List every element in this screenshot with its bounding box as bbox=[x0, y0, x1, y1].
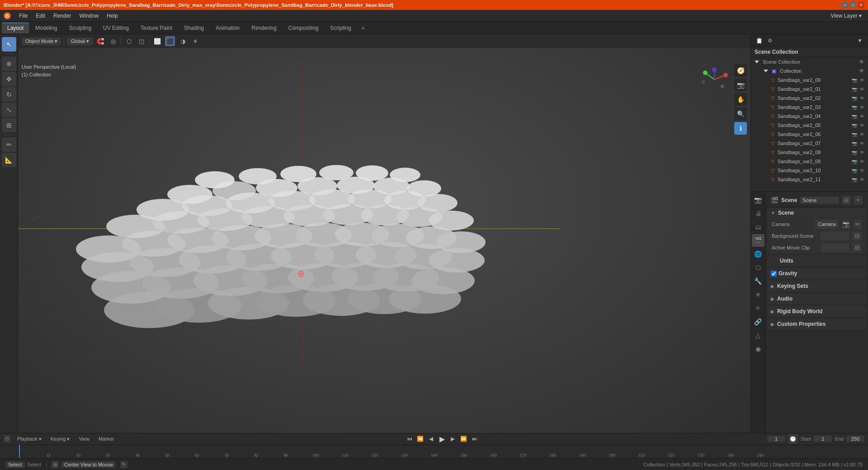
restrict-render-icon[interactable]: 📷 bbox=[852, 159, 857, 164]
custom-properties-header[interactable]: ▶ Custom Properties bbox=[767, 319, 866, 329]
background-pick-icon[interactable]: ⊟ bbox=[853, 231, 862, 240]
object-data-properties-icon[interactable]: △ bbox=[752, 329, 764, 342]
overlays-icon[interactable]: ⬡ bbox=[124, 36, 134, 46]
units-section-header[interactable]: Units bbox=[767, 255, 866, 266]
restrict-render-icon[interactable]: 📷 bbox=[852, 141, 857, 146]
step-forward-button[interactable]: ▶ bbox=[448, 434, 458, 443]
tab-rendering[interactable]: Rendering bbox=[246, 23, 282, 33]
maximize-button[interactable]: □ bbox=[850, 2, 856, 8]
proportional-edit-icon[interactable]: ◎ bbox=[108, 36, 118, 46]
tab-compositing[interactable]: Compositing bbox=[283, 23, 324, 33]
background-scene-value[interactable] bbox=[821, 231, 849, 240]
scene-name-add-icon[interactable]: + bbox=[854, 196, 863, 205]
scene-dropdown[interactable]: View Layer ▾ bbox=[827, 11, 866, 20]
tab-shading[interactable]: Shading bbox=[179, 23, 209, 33]
outliner-item[interactable]: ▽ Sandbags_var2_04 📷 👁 bbox=[751, 112, 868, 121]
outliner-item[interactable]: ▽ Sandbags_var2_05 📷 👁 bbox=[751, 121, 868, 130]
tab-uv-editing[interactable]: UV Editing bbox=[98, 23, 134, 33]
viewport-info-button[interactable]: ℹ bbox=[734, 122, 747, 135]
keying-menu[interactable]: Keying ▾ bbox=[48, 435, 73, 443]
eye-icon[interactable]: 👁 bbox=[860, 141, 864, 146]
movie-clip-pick-icon[interactable]: ⊟ bbox=[853, 243, 862, 252]
restrict-render-icon[interactable]: 📷 bbox=[852, 177, 857, 182]
restrict-render-icon[interactable]: 📷 bbox=[852, 96, 857, 101]
global-transform-dropdown[interactable]: Global ▾ bbox=[67, 38, 93, 45]
eye-icon[interactable]: 👁 bbox=[860, 168, 864, 173]
active-movie-clip-value[interactable] bbox=[821, 243, 849, 252]
menu-edit[interactable]: Edit bbox=[32, 11, 49, 20]
gravity-section-header[interactable]: Gravity bbox=[767, 268, 866, 279]
outliner-item[interactable]: ▽ Sandbags_var2_01 📷 👁 bbox=[751, 85, 868, 94]
outliner-icon[interactable]: 📋 bbox=[755, 36, 764, 45]
annotate-tool-button[interactable]: ✏ bbox=[2, 137, 16, 152]
menu-render[interactable]: Render bbox=[50, 11, 75, 20]
select-tool-button[interactable]: ↖ bbox=[2, 37, 16, 52]
restrict-render-icon[interactable]: 📷 bbox=[852, 132, 857, 137]
restrict-render-icon[interactable]: 📷 bbox=[852, 87, 857, 92]
view-layer-properties-icon[interactable]: 🗂 bbox=[752, 221, 764, 233]
playback-menu[interactable]: Playback ▾ bbox=[14, 435, 44, 443]
collection-eye-icon[interactable]: 👁 bbox=[859, 68, 864, 74]
tab-texture-paint[interactable]: Texture Paint bbox=[135, 23, 178, 33]
eye-icon[interactable]: 👁 bbox=[859, 59, 864, 65]
eye-icon[interactable]: 👁 bbox=[860, 177, 864, 182]
material-properties-icon[interactable]: ◉ bbox=[752, 343, 764, 355]
camera-pick-icon[interactable]: 📷 bbox=[842, 220, 850, 229]
timeline-type-icon[interactable]: ⏱ bbox=[4, 435, 11, 442]
keying-sets-section-header[interactable]: ▶ Keying Sets bbox=[767, 281, 866, 291]
audio-section-header[interactable]: ▶ Audio bbox=[767, 293, 866, 304]
collection-expand-icon[interactable] bbox=[755, 61, 759, 63]
tab-animation[interactable]: Animation bbox=[210, 23, 245, 33]
viewport-3d[interactable]: Object Mode ▾ Global ▾ 🧲 ◎ ⬡ ◫ ⬜ ⬛ ◑ ☀ bbox=[18, 34, 750, 433]
viewport-canvas[interactable]: User Perspective (Local) (1) Collection … bbox=[18, 48, 750, 433]
tab-scripting[interactable]: Scripting bbox=[325, 23, 357, 33]
particles-properties-icon[interactable]: ✳ bbox=[752, 288, 764, 301]
jump-to-start-button[interactable]: ⏮ bbox=[405, 434, 414, 443]
modifier-properties-icon[interactable]: 🔧 bbox=[752, 275, 764, 287]
view-menu[interactable]: View bbox=[76, 435, 92, 442]
properties-icon[interactable]: ⚙ bbox=[765, 36, 774, 45]
prev-keyframe-button[interactable]: ⏪ bbox=[416, 434, 425, 443]
scale-tool-button[interactable]: ⤡ bbox=[2, 103, 16, 117]
filter-icon[interactable]: ▼ bbox=[855, 36, 864, 45]
scene-collection-row[interactable]: Scene Collection 👁 bbox=[751, 57, 868, 66]
next-keyframe-button[interactable]: ⏩ bbox=[459, 434, 468, 443]
tab-sculpting[interactable]: Sculpting bbox=[64, 23, 97, 33]
scene-section-header[interactable]: ▼ Scene bbox=[767, 207, 866, 218]
outliner-section[interactable]: Scene Collection Scene Collection 👁 ▣ Co… bbox=[751, 47, 868, 192]
eye-icon[interactable]: 👁 bbox=[860, 114, 864, 119]
viewport-camera-button[interactable]: 📷 bbox=[734, 79, 747, 91]
scene-name-field[interactable]: Scene bbox=[800, 197, 839, 204]
current-frame-field[interactable]: 1 bbox=[767, 436, 785, 442]
outliner-item[interactable]: ▽ Sandbags_var2_11 📷 👁 bbox=[751, 175, 868, 184]
material-shading-icon[interactable]: ◑ bbox=[178, 36, 188, 46]
restrict-render-icon[interactable]: 📷 bbox=[852, 78, 857, 83]
outliner-item[interactable]: ▽ Sandbags_var2_02 📷 👁 bbox=[751, 94, 868, 103]
collection-row[interactable]: ▣ Collection 👁 bbox=[751, 66, 868, 75]
viewport-hand-button[interactable]: ✋ bbox=[734, 93, 747, 106]
menu-window[interactable]: Window bbox=[75, 11, 102, 20]
camera-edit-icon[interactable]: ✏ bbox=[854, 220, 862, 229]
snap-icon[interactable]: 🧲 bbox=[95, 36, 105, 46]
rendered-shading-icon[interactable]: ☀ bbox=[190, 36, 200, 46]
measure-tool-button[interactable]: 📐 bbox=[2, 153, 16, 167]
blender-logo-icon[interactable]: B bbox=[3, 11, 12, 20]
minimize-button[interactable]: ─ bbox=[842, 2, 848, 8]
constraints-properties-icon[interactable]: 🔗 bbox=[752, 315, 764, 328]
add-workspace-button[interactable]: + bbox=[358, 23, 368, 33]
outliner-item[interactable]: ▽ Sandbags_var2_07 📷 👁 bbox=[751, 139, 868, 148]
tab-layout[interactable]: Layout bbox=[2, 23, 29, 33]
viewport-search-button[interactable]: 🔍 bbox=[734, 108, 747, 120]
collection-triangle-icon[interactable] bbox=[764, 70, 768, 72]
cursor-tool-button[interactable]: ⊕ bbox=[2, 56, 16, 71]
xray-icon[interactable]: ◫ bbox=[137, 36, 146, 46]
solid-shading-icon[interactable]: ⬛ bbox=[165, 36, 175, 46]
outliner-item[interactable]: ▽ Sandbags_var2_06 📷 👁 bbox=[751, 130, 868, 139]
transform-tool-button[interactable]: ⊞ bbox=[2, 118, 16, 132]
rotate-tool-button[interactable]: ↻ bbox=[2, 87, 16, 102]
restrict-render-icon[interactable]: 📷 bbox=[852, 114, 857, 119]
output-properties-icon[interactable]: 🖨 bbox=[752, 207, 764, 220]
eye-icon[interactable]: 👁 bbox=[860, 87, 864, 92]
menu-file[interactable]: File bbox=[15, 11, 31, 20]
object-properties-icon[interactable]: ⬡ bbox=[752, 261, 764, 274]
